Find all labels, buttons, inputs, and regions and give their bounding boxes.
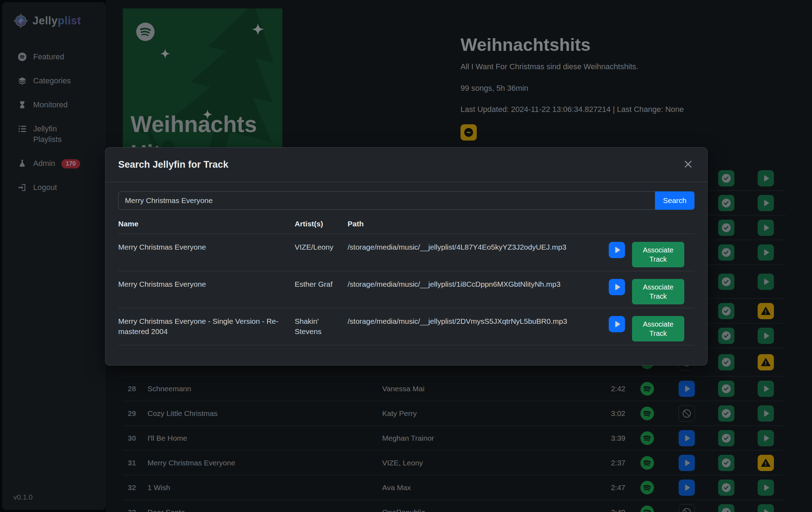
modal-header: Search Jellyfin for Track: [106, 148, 707, 182]
result-artists: Esther Graf: [295, 279, 348, 289]
search-result-row-1: Merry Christmas Everyone VIZE/Leony /sto…: [118, 234, 694, 271]
associate-track-button[interactable]: Associate Track: [632, 279, 684, 304]
close-button[interactable]: [682, 158, 694, 172]
search-button[interactable]: Search: [655, 191, 694, 210]
result-name: Merry Christmas Everyone: [118, 279, 295, 289]
column-artists: Artist(s): [295, 220, 348, 228]
result-name: Merry Christmas Everyone - Single Versio…: [118, 316, 295, 337]
result-path: /storage/media/music/__jellyplist/2DVmys…: [348, 316, 609, 326]
search-input[interactable]: [118, 191, 655, 210]
close-icon: [683, 159, 693, 169]
play-blue-button[interactable]: [609, 316, 625, 332]
modal-body: Search Name Artist(s) Path Merry Christm…: [106, 182, 707, 345]
column-name: Name: [118, 220, 295, 228]
search-jellyfin-modal: Search Jellyfin for Track Search Name Ar…: [105, 147, 708, 365]
column-path: Path: [348, 220, 609, 228]
result-artists: Shakin' Stevens: [295, 316, 348, 337]
result-artists: VIZE/Leony: [295, 242, 348, 252]
modal-title: Search Jellyfin for Track: [118, 159, 228, 170]
result-name: Merry Christmas Everyone: [118, 242, 295, 252]
search-group: Search: [118, 191, 694, 210]
result-path: /storage/media/music/__jellyplist/1i8CcD…: [348, 279, 609, 289]
play-blue-button[interactable]: [609, 279, 625, 295]
search-result-row-3: Merry Christmas Everyone - Single Versio…: [118, 308, 694, 345]
play-blue-button[interactable]: [609, 242, 625, 258]
search-result-row-2: Merry Christmas Everyone Esther Graf /st…: [118, 271, 694, 308]
results-header: Name Artist(s) Path: [118, 210, 694, 234]
results-list: Merry Christmas Everyone VIZE/Leony /sto…: [118, 234, 694, 345]
result-path: /storage/media/music/__jellyplist/4L87Y4…: [348, 242, 609, 252]
associate-track-button[interactable]: Associate Track: [632, 242, 684, 267]
associate-track-button[interactable]: Associate Track: [632, 316, 684, 341]
